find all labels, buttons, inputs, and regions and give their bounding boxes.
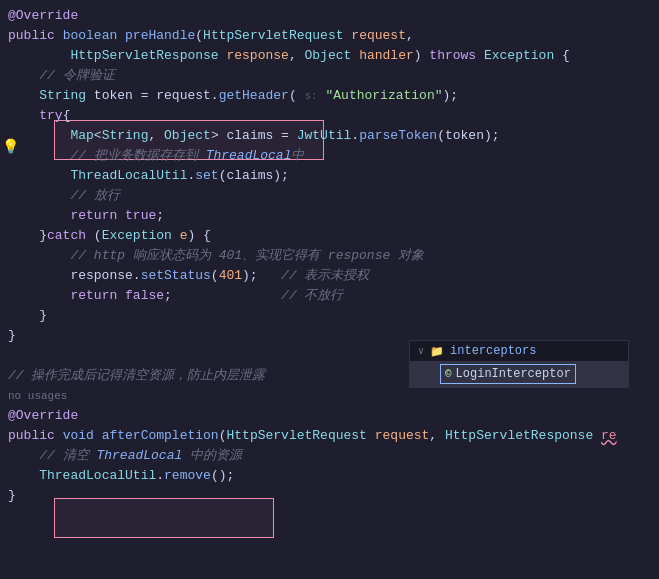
- code-line: public void afterCompletion(HttpServletR…: [0, 426, 659, 446]
- chevron-down-icon: ∨: [418, 345, 424, 357]
- class-icon: ©: [445, 368, 452, 380]
- code-line: try{: [0, 106, 659, 126]
- code-line: @Override: [0, 406, 659, 426]
- code-line: public boolean preHandle(HttpServletRequ…: [0, 26, 659, 46]
- code-line: }catch (Exception e) {: [0, 226, 659, 246]
- autocomplete-popup[interactable]: ∨ 📁 interceptors © LoginInterceptor: [409, 340, 629, 388]
- code-line: Map<String, Object> claims = JwtUtil.par…: [0, 126, 659, 146]
- code-line: // 令牌验证: [0, 66, 659, 86]
- code-line: // 清空 ThreadLocal 中的资源: [0, 446, 659, 466]
- code-line: response.setStatus(401); // 表示未授权: [0, 266, 659, 286]
- folder-icon: 📁: [430, 345, 444, 358]
- code-line: // 把业务数据存存到 ThreadLocal中: [0, 146, 659, 166]
- code-line: return true;: [0, 206, 659, 226]
- code-line: ThreadLocalUtil.remove();: [0, 466, 659, 486]
- popup-item-label: LoginInterceptor: [456, 367, 571, 381]
- popup-item-box: © LoginInterceptor: [440, 364, 576, 384]
- code-line: // http 响应状态码为 401、实现它得有 response 对象: [0, 246, 659, 266]
- popup-selected-item[interactable]: © LoginInterceptor: [410, 361, 628, 387]
- code-line: // 放行: [0, 186, 659, 206]
- no-usages-line: no usages: [0, 386, 659, 406]
- code-line: return false; // 不放行: [0, 286, 659, 306]
- popup-folder-row: ∨ 📁 interceptors: [410, 341, 628, 361]
- popup-folder-label: interceptors: [450, 344, 536, 358]
- code-line: ThreadLocalUtil.set(claims);: [0, 166, 659, 186]
- code-line: }: [0, 306, 659, 326]
- code-editor: 💡 @Override public boolean preHandle(Htt…: [0, 0, 659, 579]
- code-line: String token = request.getHeader( s: "Au…: [0, 86, 659, 106]
- code-line: HttpServletResponse response, Object han…: [0, 46, 659, 66]
- code-line: @Override: [0, 6, 659, 26]
- code-line: }: [0, 486, 659, 506]
